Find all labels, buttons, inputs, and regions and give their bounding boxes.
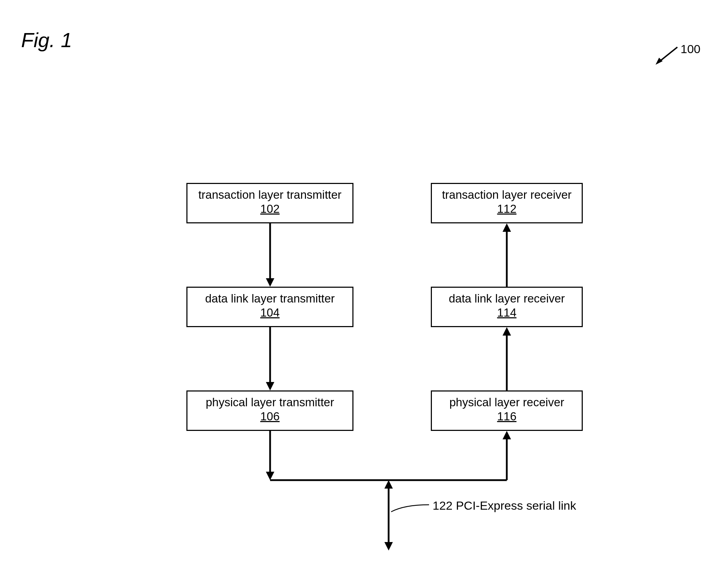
box-number: 106 — [260, 410, 280, 423]
diagram-ref-100: 100 — [654, 42, 696, 67]
arrow-up-icon — [500, 327, 513, 390]
diagram-page: Fig. 1 100 transaction layer transmitter… — [0, 0, 728, 573]
box-label: data link layer transmitter — [187, 292, 352, 305]
svg-marker-5 — [266, 382, 274, 390]
svg-marker-7 — [503, 223, 511, 232]
box-data-link-layer-transmitter: data link layer transmitter 104 — [186, 287, 353, 327]
leader-arrow-icon — [654, 46, 682, 67]
box-label: transaction layer receiver — [432, 188, 582, 202]
svg-marker-1 — [656, 58, 663, 65]
svg-marker-9 — [503, 327, 511, 336]
svg-marker-16 — [384, 480, 393, 489]
box-number: 112 — [497, 202, 516, 216]
box-label: physical layer transmitter — [187, 396, 352, 409]
box-label: transaction layer transmitter — [187, 188, 352, 202]
arrow-down-icon — [264, 223, 276, 287]
serial-link-label: 122 PCI-Express serial link — [433, 499, 576, 512]
box-transaction-layer-transmitter: transaction layer transmitter 102 — [186, 183, 353, 223]
arrow-down-icon — [264, 327, 276, 390]
svg-marker-14 — [503, 431, 511, 439]
box-data-link-layer-receiver: data link layer receiver 114 — [431, 287, 583, 327]
box-physical-layer-receiver: physical layer receiver 116 — [431, 390, 583, 431]
svg-marker-17 — [384, 542, 393, 550]
box-number: 114 — [497, 306, 516, 319]
box-physical-layer-transmitter: physical layer transmitter 106 — [186, 390, 353, 431]
svg-marker-3 — [266, 278, 274, 287]
arrow-up-icon — [500, 223, 513, 287]
box-number: 116 — [497, 410, 516, 423]
box-label: physical layer receiver — [432, 396, 582, 409]
svg-marker-11 — [266, 472, 274, 480]
diagram-ref-number: 100 — [681, 42, 701, 56]
box-label: data link layer receiver — [432, 292, 582, 305]
figure-title: Fig. 1 — [21, 28, 72, 52]
box-number: 104 — [260, 306, 280, 319]
box-number: 102 — [260, 202, 280, 216]
box-transaction-layer-receiver: transaction layer receiver 112 — [431, 183, 583, 223]
svg-line-0 — [660, 47, 677, 61]
connector-path-icon — [264, 431, 514, 554]
